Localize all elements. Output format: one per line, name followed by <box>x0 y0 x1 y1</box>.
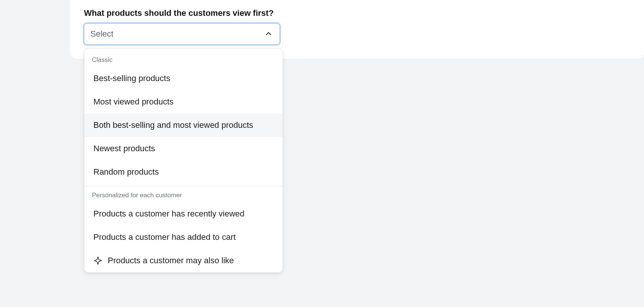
dropdown-option-label: Products a customer may also like <box>108 256 234 266</box>
dropdown-option-label: Both best-selling and most viewed produc… <box>93 120 253 130</box>
product-sort-dropdown: ClassicBest-selling productsMost viewed … <box>84 48 283 273</box>
dropdown-option-label: Random products <box>93 167 159 177</box>
product-sort-select[interactable]: Select <box>84 23 280 45</box>
dropdown-group-header: Classic <box>84 51 282 67</box>
chevron-up-icon <box>264 30 273 38</box>
dropdown-option[interactable]: Both best-selling and most viewed produc… <box>84 114 282 137</box>
dropdown-option-label: Products a customer has recently viewed <box>93 209 244 219</box>
dropdown-option[interactable]: Products a customer may also like <box>84 249 282 272</box>
field-label: What products should the customers view … <box>84 8 630 18</box>
dropdown-option-label: Best-selling products <box>93 74 170 83</box>
settings-card: What products should the customers view … <box>70 0 644 59</box>
dropdown-option[interactable]: Most viewed products <box>84 90 282 114</box>
dropdown-option-label: Newest products <box>93 144 155 154</box>
dropdown-option[interactable]: Products a customer has recently viewed <box>84 202 282 226</box>
dropdown-group-header: Personalized for each customer <box>84 186 282 202</box>
dropdown-option[interactable]: Newest products <box>84 137 282 160</box>
select-placeholder: Select <box>90 29 113 39</box>
dropdown-option[interactable]: Best-selling products <box>84 67 282 90</box>
dropdown-option[interactable]: Random products <box>84 160 282 184</box>
sparkle-icon <box>93 256 102 265</box>
dropdown-option-label: Most viewed products <box>93 97 174 107</box>
product-sort-select-wrapper: Select ClassicBest-selling productsMost … <box>84 23 280 45</box>
dropdown-option[interactable]: Products a customer has added to cart <box>84 226 282 249</box>
dropdown-option-label: Products a customer has added to cart <box>93 232 236 242</box>
